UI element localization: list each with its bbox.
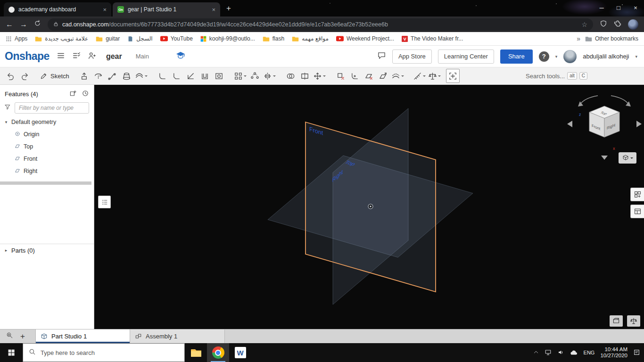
tree-node-right-plane[interactable]: Right: [0, 165, 94, 177]
language-indicator[interactable]: ENG: [584, 350, 595, 355]
horizontal-scrollbar[interactable]: [0, 181, 91, 185]
start-button[interactable]: [0, 343, 23, 362]
split-button[interactable]: [298, 69, 312, 83]
share-button[interactable]: Share: [500, 49, 533, 64]
bookmark-star-icon[interactable]: ☆: [581, 21, 587, 28]
rotate-down-arrow[interactable]: [601, 156, 608, 160]
sketch-button[interactable]: Sketch: [35, 69, 74, 83]
rotate-left-arc[interactable]: [580, 96, 598, 105]
close-tab-icon[interactable]: ×: [212, 6, 215, 13]
other-bookmarks[interactable]: Other bookmarks: [585, 35, 638, 42]
user-avatar[interactable]: [563, 50, 577, 63]
tray-expand-icon[interactable]: [533, 349, 539, 356]
chamfer-button[interactable]: [170, 69, 183, 83]
bookmark-folder-sites[interactable]: مواقع مهمه: [292, 35, 329, 42]
close-window-button[interactable]: ×: [627, 0, 644, 15]
center-view-button[interactable]: [446, 69, 460, 83]
feature-list-flyout-button[interactable]: [98, 196, 111, 208]
shell-button[interactable]: [198, 69, 212, 83]
fillet-button[interactable]: [156, 69, 169, 83]
forward-button[interactable]: →: [20, 21, 27, 28]
parts-section[interactable]: ▸ Parts (0): [0, 244, 94, 256]
rotate-right-arc[interactable]: [611, 96, 629, 105]
tree-node-front-plane[interactable]: Front: [0, 153, 94, 165]
history-clock-icon[interactable]: [82, 90, 89, 99]
minimize-button[interactable]: ─: [593, 0, 610, 15]
draft-button[interactable]: [184, 69, 198, 83]
taskbar-search-input[interactable]: [41, 349, 179, 356]
add-tab-button[interactable]: +: [20, 332, 25, 341]
bookmark-folder-flash[interactable]: flash: [263, 35, 284, 42]
address-bar[interactable]: cad.onshape.com/documents/6b77733d4b27d7…: [48, 18, 593, 31]
app-store-button[interactable]: App Store: [392, 49, 432, 64]
chevron-down-icon[interactable]: ▾: [4, 120, 8, 124]
modify-fillet-button[interactable]: [348, 69, 362, 83]
viewport-3d[interactable]: Front Top Right Top Front Right: [94, 85, 644, 329]
revolve-button[interactable]: [91, 69, 105, 83]
action-center-icon[interactable]: [633, 349, 640, 357]
versions-icon[interactable]: [72, 51, 81, 62]
custom-tables-panel-button[interactable]: [630, 205, 644, 218]
move-face-button[interactable]: [376, 69, 390, 83]
insert-folder-icon[interactable]: [69, 90, 77, 99]
delete-face-button[interactable]: [362, 69, 376, 83]
help-button[interactable]: ?: [539, 51, 549, 62]
mass-properties-button[interactable]: [427, 69, 442, 83]
tree-node-top-plane[interactable]: Top: [0, 140, 94, 153]
rotate-east-arrow[interactable]: [636, 121, 642, 127]
boolean-button[interactable]: [284, 69, 297, 83]
chevron-right-icon[interactable]: ▸: [4, 248, 8, 253]
mirror-button[interactable]: [262, 69, 277, 83]
loft-button[interactable]: [120, 69, 133, 83]
learning-cap-icon[interactable]: [176, 51, 185, 61]
browser-tab-academany[interactable]: academany dashboard ×: [4, 2, 111, 16]
sweep-button[interactable]: [106, 69, 119, 83]
network-icon[interactable]: [545, 349, 552, 357]
help-caret-icon[interactable]: ▾: [555, 54, 558, 59]
bookmark-history[interactable]: السجل: [127, 35, 153, 42]
tree-node-default-geometry[interactable]: ▾ Default geometry: [0, 116, 94, 128]
measure-button[interactable]: [412, 69, 427, 83]
filter-funnel-icon[interactable]: [4, 104, 11, 112]
taskbar-clock[interactable]: 10:44 AM 10/27/2020: [600, 346, 627, 359]
bookmark-video-maker[interactable]: V The Video Maker fr...: [402, 35, 463, 42]
bookmark-folder-guitar[interactable]: guitar: [96, 35, 120, 42]
rotate-west-arrow[interactable]: [567, 121, 572, 127]
mass-properties-corner-button[interactable]: [627, 315, 640, 327]
close-tab-icon[interactable]: ×: [103, 6, 107, 13]
tab-part-studio-1[interactable]: Part Studio 1: [35, 329, 130, 343]
document-menu-icon[interactable]: [57, 51, 65, 62]
reload-button[interactable]: [34, 20, 41, 29]
view-options-button[interactable]: [619, 152, 636, 164]
tree-node-origin[interactable]: Origin: [0, 128, 94, 140]
bookmark-outlook[interactable]: koohji-99@outlo...: [200, 35, 255, 42]
extrude-button[interactable]: [77, 69, 91, 83]
thicken-button[interactable]: [134, 69, 149, 83]
extensions-puzzle-icon[interactable]: [614, 20, 621, 29]
volume-icon[interactable]: [557, 349, 564, 357]
redo-button[interactable]: [18, 69, 32, 83]
undo-button[interactable]: [4, 69, 17, 83]
file-explorer-taskbar-button[interactable]: [185, 343, 207, 362]
view-cube[interactable]: Top Front Right z x: [566, 90, 644, 163]
word-taskbar-button[interactable]: W: [229, 343, 251, 362]
user-menu-caret-icon[interactable]: ▾: [635, 54, 637, 59]
new-tab-button[interactable]: +: [226, 4, 231, 13]
delete-part-button[interactable]: [334, 69, 347, 83]
browser-tab-gear[interactable]: On gear | Part Studio 1 ×: [113, 2, 220, 16]
profile-avatar[interactable]: [628, 19, 638, 30]
back-button[interactable]: ←: [6, 21, 13, 28]
bookmark-youtube[interactable]: YouTube: [160, 35, 193, 42]
transform-button[interactable]: [312, 69, 327, 83]
maximize-button[interactable]: □: [610, 0, 627, 15]
offset-surface-button[interactable]: [390, 69, 405, 83]
bookmark-apps[interactable]: Apps: [6, 35, 27, 42]
tab-assembly-1[interactable]: Assembly 1: [130, 329, 225, 343]
bookmark-folder-newtab[interactable]: علامة تبويب جديدة: [35, 35, 88, 42]
circular-pattern-button[interactable]: [248, 69, 262, 83]
bookmarks-overflow-icon[interactable]: »: [577, 35, 580, 42]
search-tools-button[interactable]: Search tools... alt C: [526, 72, 587, 80]
filter-input[interactable]: [15, 102, 89, 114]
taskbar-search[interactable]: [23, 343, 185, 362]
configurations-panel-button[interactable]: [630, 188, 644, 201]
